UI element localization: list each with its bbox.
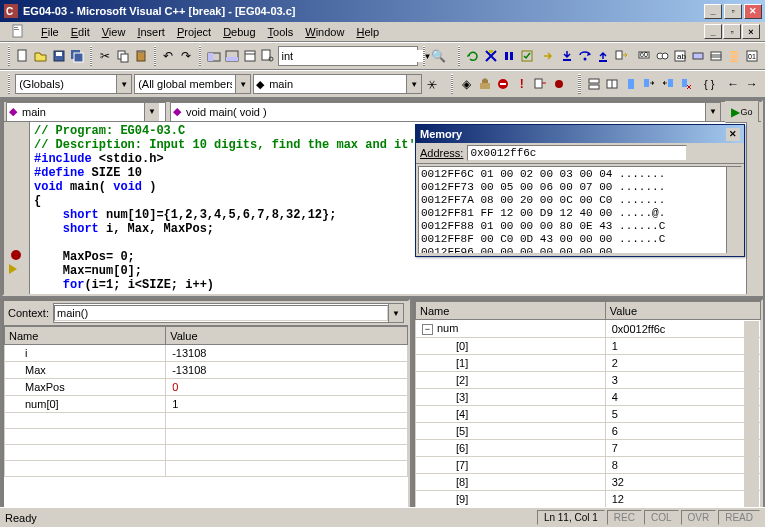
func-input[interactable]	[183, 106, 705, 118]
find-combo[interactable]: ▼	[278, 46, 418, 66]
class-input[interactable]	[19, 106, 144, 118]
registers-button[interactable]	[690, 45, 706, 67]
stop-build-button[interactable]	[495, 73, 512, 95]
watch-button[interactable]	[654, 45, 670, 67]
menu-file[interactable]: File	[35, 24, 65, 40]
memory-scrollbar[interactable]	[726, 167, 741, 253]
find-in-files-button[interactable]	[260, 45, 276, 67]
step-out-button[interactable]	[595, 45, 611, 67]
memory-button[interactable]	[708, 45, 724, 67]
step-over-button[interactable]	[577, 45, 593, 67]
editor-gutter[interactable]	[4, 122, 30, 294]
toolbar-grip[interactable]	[199, 46, 201, 66]
go-button[interactable]: ▶Go	[725, 101, 759, 123]
nav-back-button[interactable]: ←	[725, 73, 742, 95]
col-value[interactable]: Value	[166, 327, 408, 345]
toolbar-grip[interactable]	[154, 46, 156, 66]
class-combo[interactable]: ◆ ▼	[6, 102, 166, 122]
breakpoint-marker[interactable]	[11, 250, 21, 260]
new-button[interactable]	[15, 45, 31, 67]
nav-fwd-button[interactable]: →	[744, 73, 761, 95]
break-button[interactable]	[501, 45, 517, 67]
redo-button[interactable]: ↷	[178, 45, 193, 67]
toolbar-grip[interactable]	[451, 74, 453, 94]
run-to-cursor-button[interactable]	[613, 45, 629, 67]
func-combo[interactable]: ◆ ▼	[170, 102, 721, 122]
toolbar-grip[interactable]	[423, 46, 425, 66]
dropdown-icon[interactable]: ▼	[116, 75, 131, 93]
stop-debug-button[interactable]	[483, 45, 499, 67]
minimize-button[interactable]: _	[704, 4, 722, 19]
build-button[interactable]	[476, 73, 493, 95]
restart-button[interactable]	[465, 45, 481, 67]
memory-dump[interactable]: 0012FF6C 01 00 02 00 03 00 04 .......001…	[418, 166, 742, 254]
editor-scrollbar[interactable]	[746, 122, 761, 294]
show-next-button[interactable]	[541, 45, 557, 67]
menu-debug[interactable]: Debug	[217, 24, 261, 40]
breakpoint-button[interactable]	[550, 73, 567, 95]
undo-button[interactable]: ↶	[161, 45, 176, 67]
watch-scrollbar[interactable]	[744, 321, 759, 507]
dropdown-icon[interactable]: ▼	[388, 304, 403, 322]
variables-table[interactable]: NameValue i-13108 Max-13108 MaxPos0 num[…	[4, 326, 408, 507]
save-button[interactable]	[51, 45, 67, 67]
quickwatch-button[interactable]: 60	[636, 45, 652, 67]
mdiminimize-button[interactable]: _	[704, 24, 722, 39]
workspace-button[interactable]	[206, 45, 222, 67]
col-value[interactable]: Value	[605, 302, 760, 320]
bookmark-next-button[interactable]	[641, 73, 658, 95]
mdirestore-button[interactable]: ▫	[723, 24, 741, 39]
menu-view[interactable]: View	[96, 24, 132, 40]
menu-insert[interactable]: Insert	[131, 24, 171, 40]
scope-input[interactable]	[16, 78, 116, 90]
bookmark-prev-button[interactable]	[660, 73, 677, 95]
bookmark-clear-button[interactable]	[678, 73, 695, 95]
function-combo[interactable]: ◆ ▼	[253, 74, 422, 94]
dropdown-icon[interactable]: ▼	[406, 75, 421, 93]
dropdown-icon[interactable]: ▼	[144, 103, 159, 121]
tree-collapse-icon[interactable]: −	[422, 324, 433, 335]
output-button[interactable]	[224, 45, 240, 67]
memory-titlebar[interactable]: Memory ✕	[416, 125, 744, 143]
search-button[interactable]: 🔍	[430, 45, 447, 67]
compile-button[interactable]: ◈	[458, 73, 475, 95]
toolbar-grip[interactable]	[458, 46, 460, 66]
menu-project[interactable]: Project	[171, 24, 217, 40]
variables-button[interactable]: ab	[672, 45, 688, 67]
disassembly-button[interactable]: 01	[744, 45, 760, 67]
col-name[interactable]: Name	[416, 302, 606, 320]
dropdown-icon[interactable]: ▼	[235, 75, 250, 93]
bookmark-toggle-button[interactable]	[623, 73, 640, 95]
watch-table[interactable]: NameValue −num0x0012ff6c [0]1 [1]2 [2]3 …	[415, 301, 761, 507]
copy-button[interactable]	[115, 45, 131, 67]
find-input[interactable]	[279, 50, 423, 62]
step-into-button[interactable]	[559, 45, 575, 67]
toolbar-grip[interactable]	[578, 74, 580, 94]
close-button[interactable]: ✕	[744, 4, 762, 19]
scope-combo[interactable]: ▼	[15, 74, 132, 94]
col-name[interactable]: Name	[5, 327, 166, 345]
execute-button[interactable]: !	[513, 73, 530, 95]
function-input[interactable]	[266, 78, 406, 90]
toolbar-grip[interactable]	[8, 74, 10, 94]
tile-button[interactable]	[586, 73, 603, 95]
memory-close-button[interactable]: ✕	[726, 128, 740, 141]
open-button[interactable]	[33, 45, 49, 67]
cut-button[interactable]: ✂	[97, 45, 112, 67]
maximize-button[interactable]: ▫	[724, 4, 742, 19]
window-list-button[interactable]	[242, 45, 258, 67]
menu-tools[interactable]: Tools	[262, 24, 300, 40]
wizard-action-button[interactable]: ⚹	[424, 73, 441, 95]
properties-button[interactable]	[604, 73, 621, 95]
memory-address-input[interactable]	[467, 145, 687, 161]
toolbar-grip[interactable]	[8, 46, 10, 66]
save-all-button[interactable]	[69, 45, 85, 67]
context-input[interactable]	[54, 305, 388, 321]
mdiclose-button[interactable]: ×	[742, 24, 760, 39]
members-input[interactable]	[135, 78, 235, 90]
find-brace-button[interactable]: { }	[702, 73, 719, 95]
paste-button[interactable]	[133, 45, 149, 67]
dropdown-icon[interactable]: ▼	[705, 103, 720, 121]
toolbar-grip[interactable]	[90, 46, 92, 66]
callstack-button[interactable]	[726, 45, 742, 67]
